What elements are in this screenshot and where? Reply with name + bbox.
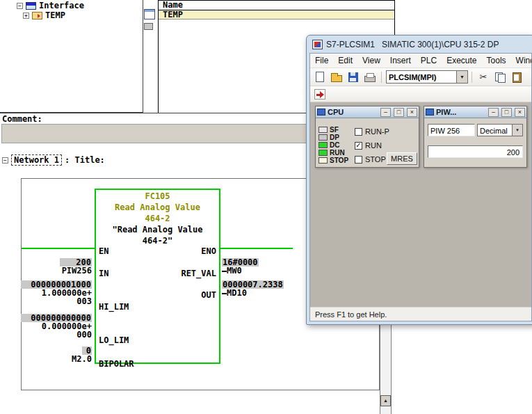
- paste-button[interactable]: [509, 70, 524, 84]
- operand-out[interactable]: 0000007.2338 MD10: [222, 280, 284, 297]
- network-title[interactable]: Network 1: [11, 154, 62, 166]
- led-row-sf: SF: [319, 126, 339, 134]
- runp-checkbox-label: RUN-P: [365, 127, 389, 136]
- scrollbar-button[interactable]: ▲: [380, 395, 391, 406]
- power-rail-left: [22, 248, 95, 249]
- tree-label-temp: TEMP: [45, 10, 65, 20]
- piw-format-value: Decimal: [478, 125, 512, 136]
- declaration-gutter: [143, 0, 158, 113]
- piw-address-input[interactable]: PIW 256: [428, 124, 475, 136]
- cut-button[interactable]: ✂: [476, 70, 491, 84]
- open-button[interactable]: [329, 70, 344, 84]
- network-collapse-icon[interactable]: −: [2, 157, 8, 164]
- piw-window-icon: [426, 109, 434, 116]
- status-bar: Press F1 to get Help.: [310, 307, 531, 321]
- runp-checkbox[interactable]: [355, 128, 362, 136]
- cpu-window-title: CPU: [328, 108, 378, 116]
- dc-led-label: DC: [330, 141, 339, 149]
- led-row-run: RUN: [319, 149, 345, 157]
- piw-format-select[interactable]: Decimal ▼: [477, 124, 523, 136]
- operand-address-lo-lim-line2: 000: [76, 330, 92, 340]
- menu-tools[interactable]: Tools: [482, 54, 511, 67]
- dp-led-label: DP: [330, 134, 339, 141]
- declaration-row-temp[interactable]: TEMP: [159, 10, 394, 19]
- mdi-area: CPU – □ × SF DP: [310, 102, 531, 307]
- new-button[interactable]: [312, 70, 328, 84]
- menu-view[interactable]: View: [357, 54, 385, 67]
- run-checkbox[interactable]: [355, 142, 362, 150]
- plcsim-titlebar[interactable]: S7-PLCSIM1 SIMATIC 300(1)\CPU 315-2 DP: [309, 35, 532, 53]
- sf-led: [319, 127, 328, 133]
- run-checkbox-row: RUN: [355, 141, 382, 150]
- expand-icon[interactable]: +: [23, 13, 29, 19]
- toolbar-separator: [471, 72, 472, 83]
- simulation-toggle-icon: [314, 89, 325, 99]
- window-title: S7-PLCSIM1 SIMATIC 300(1)\CPU 315-2 DP: [326, 40, 499, 49]
- interface-icon: [26, 2, 36, 10]
- stop-checkbox-label: STOP: [365, 155, 386, 164]
- stop-led: [319, 157, 328, 164]
- tree-item-temp[interactable]: + TEMP: [0, 10, 143, 20]
- mres-button[interactable]: MRES: [387, 152, 417, 165]
- collapse-icon[interactable]: −: [17, 3, 23, 9]
- tree-item-interface[interactable]: − Interface: [0, 1, 143, 10]
- declaration-sheet-icon: [144, 9, 155, 19]
- copy-button[interactable]: [492, 70, 508, 84]
- save-button[interactable]: [346, 70, 361, 84]
- led-row-dp: DP: [319, 134, 339, 141]
- stop-checkbox[interactable]: [355, 156, 362, 164]
- piw-titlebar[interactable]: PIW... – □ ×: [424, 106, 526, 118]
- block-symbol-line1: "Read Analog Value: [96, 225, 219, 234]
- runp-checkbox-row: RUN-P: [355, 127, 389, 136]
- operand-address-in: PIW256: [62, 266, 92, 276]
- operand-lo-lim[interactable]: 000000000000 0.000000e+ 000: [21, 314, 92, 339]
- cpu-minimize-button[interactable]: –: [380, 108, 391, 117]
- menu-bar: File Edit View Insert PLC Execute Tools …: [310, 54, 531, 68]
- mpi-interface-selector[interactable]: PLCSIM(MPI) ▼: [386, 70, 468, 83]
- dp-led: [319, 134, 328, 141]
- cpu-maximize-button[interactable]: □: [394, 108, 404, 117]
- led-row-stop: STOP: [319, 157, 348, 164]
- piw-body: PIW 256 Decimal ▼ 200: [424, 118, 526, 167]
- simulation-toggle-button[interactable]: [312, 87, 328, 102]
- menu-edit[interactable]: Edit: [333, 54, 357, 67]
- pin-in: IN: [99, 269, 108, 278]
- menu-execute[interactable]: Execute: [442, 54, 481, 67]
- menu-file[interactable]: File: [310, 54, 333, 67]
- cpu-titlebar[interactable]: CPU – □ ×: [316, 106, 419, 118]
- cpu-subwindow: CPU – □ × SF DP: [315, 106, 419, 168]
- operand-hi-lim[interactable]: 000000001000 1.000000e+ 003: [21, 280, 92, 305]
- menu-insert[interactable]: Insert: [385, 54, 416, 67]
- sf-led-label: SF: [330, 126, 339, 134]
- dropdown-arrow-icon[interactable]: ▼: [456, 71, 467, 83]
- declaration-marker-icon: [144, 23, 153, 30]
- piw-value-field[interactable]: 200: [428, 145, 523, 158]
- piw-minimize-button[interactable]: –: [488, 108, 499, 117]
- menu-plc[interactable]: PLC: [416, 54, 442, 67]
- run-checkbox-label: RUN: [365, 141, 382, 150]
- operand-bipolar[interactable]: 0 M2.0: [72, 347, 92, 363]
- save-icon: [348, 72, 358, 82]
- print-button[interactable]: [362, 70, 378, 84]
- operand-ret-val[interactable]: 16#0000 MW0: [222, 258, 259, 275]
- pin-en: EN: [99, 246, 108, 256]
- piw-window-title: PIW...: [436, 108, 485, 116]
- format-dropdown-arrow-icon[interactable]: ▼: [512, 125, 522, 136]
- piw-maximize-button[interactable]: □: [501, 108, 512, 117]
- cpu-close-button[interactable]: ×: [407, 108, 417, 117]
- led-row-dc: DC: [319, 141, 339, 149]
- column-header-name[interactable]: Name: [159, 1, 394, 10]
- menu-window[interactable]: Window: [511, 54, 532, 67]
- plcsim-app-icon: [312, 40, 323, 49]
- network-header: − Network 1 : Title:: [2, 154, 105, 166]
- interface-tree-panel: − Interface + TEMP: [0, 0, 143, 113]
- plcsim-client-area: File Edit View Insert PLC Execute Tools …: [309, 53, 532, 321]
- operand-address-out: MD10: [227, 288, 247, 298]
- fc105-block[interactable]: FC105 Read Analog Value 464-2 "Read Anal…: [95, 189, 220, 364]
- operand-in[interactable]: 200 PIW256: [60, 258, 92, 275]
- pin-lo-lim: LO_LIM: [99, 335, 129, 345]
- run-led-label: RUN: [330, 149, 345, 157]
- piw-close-button[interactable]: ×: [515, 108, 525, 117]
- scroll-arrow-icon: ▲: [383, 398, 388, 403]
- pin-eno: ENO: [201, 246, 216, 256]
